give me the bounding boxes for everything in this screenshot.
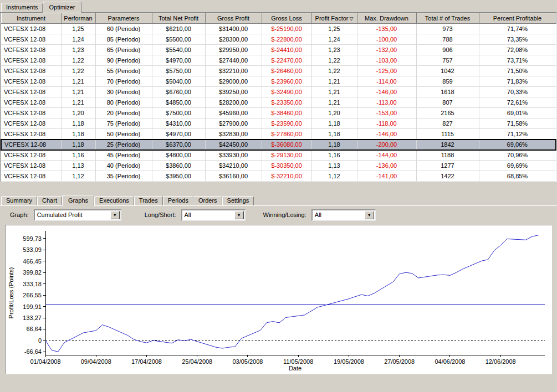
- column-header[interactable]: Gross Loss: [262, 13, 311, 24]
- table-cell[interactable]: 1,22: [311, 66, 357, 76]
- table-cell[interactable]: 1188: [416, 150, 479, 161]
- table-cell[interactable]: 859: [416, 76, 479, 87]
- table-cell[interactable]: 1,12: [311, 171, 357, 182]
- table-cell[interactable]: $42450,00: [205, 140, 262, 150]
- table-cell[interactable]: 1,22: [311, 55, 357, 66]
- table-cell[interactable]: $29950,00: [205, 45, 262, 55]
- table-cell[interactable]: 69,69%: [479, 161, 556, 171]
- table-cell[interactable]: 60 (Periodo): [95, 24, 152, 34]
- table-cell[interactable]: 1,18: [61, 129, 95, 140]
- table-cell[interactable]: $6210,00: [152, 24, 205, 34]
- table-row[interactable]: VCFESX 12-081,1825 (Periodo)$6370,00$424…: [1, 140, 556, 150]
- table-cell[interactable]: 72,08%: [479, 45, 556, 55]
- table-row[interactable]: VCFESX 12-081,1235 (Periodo)$3950,00$361…: [1, 171, 556, 182]
- table-cell[interactable]: $5540,00: [152, 45, 205, 55]
- table-cell[interactable]: -132,00: [357, 45, 416, 55]
- table-cell[interactable]: 25 (Periodo): [95, 140, 152, 150]
- table-cell[interactable]: $27900,00: [205, 118, 262, 129]
- table-cell[interactable]: 1,22: [61, 55, 95, 66]
- table-cell[interactable]: 807: [416, 97, 479, 108]
- table-cell[interactable]: 71,74%: [479, 24, 556, 34]
- column-header[interactable]: Gross Profit: [205, 13, 262, 24]
- table-cell[interactable]: $5040,00: [152, 76, 205, 87]
- table-row[interactable]: VCFESX 12-081,2290 (Periodo)$4970,00$274…: [1, 55, 556, 66]
- table-cell[interactable]: $28200,00: [205, 97, 262, 108]
- table-cell[interactable]: 75 (Periodo): [95, 118, 152, 129]
- column-header[interactable]: Instrument: [1, 13, 61, 24]
- table-cell[interactable]: $-32210,00: [262, 171, 311, 182]
- tab-chart[interactable]: Chart: [37, 196, 62, 205]
- table-cell[interactable]: 1042: [416, 66, 479, 76]
- longshort-select[interactable]: All ▼: [181, 209, 246, 221]
- table-row[interactable]: VCFESX 12-081,2485 (Periodo)$5500,00$283…: [1, 34, 556, 45]
- column-header[interactable]: Total # of Trades: [416, 13, 479, 24]
- table-row[interactable]: VCFESX 12-081,2365 (Periodo)$5540,00$299…: [1, 45, 556, 55]
- table-cell[interactable]: 1,25: [61, 24, 95, 34]
- table-cell[interactable]: 68,85%: [479, 171, 556, 182]
- chevron-down-icon[interactable]: ▼: [110, 211, 120, 219]
- table-cell[interactable]: 1,16: [61, 150, 95, 161]
- column-header[interactable]: Parameters: [95, 13, 152, 24]
- table-cell[interactable]: 1277: [416, 161, 479, 171]
- table-cell[interactable]: VCFESX 12-08: [1, 140, 61, 150]
- table-cell[interactable]: $29000,00: [205, 76, 262, 87]
- table-cell[interactable]: 1,12: [61, 171, 95, 182]
- table-cell[interactable]: 1,23: [61, 45, 95, 55]
- table-cell[interactable]: $27440,00: [205, 55, 262, 66]
- table-cell[interactable]: 73,35%: [479, 34, 556, 45]
- table-cell[interactable]: $28300,00: [205, 34, 262, 45]
- table-cell[interactable]: $7500,00: [152, 108, 205, 118]
- table-cell[interactable]: 70 (Periodo): [95, 76, 152, 87]
- table-cell[interactable]: -144,00: [357, 150, 416, 161]
- table-cell[interactable]: -135,00: [357, 24, 416, 34]
- tab-instruments[interactable]: Instruments: [1, 3, 43, 12]
- table-cell[interactable]: 1,21: [61, 87, 95, 97]
- table-cell[interactable]: $-27860,00: [262, 129, 311, 140]
- table-cell[interactable]: $45960,00: [205, 108, 262, 118]
- table-cell[interactable]: 80 (Periodo): [95, 97, 152, 108]
- table-cell[interactable]: -146,00: [357, 129, 416, 140]
- table-cell[interactable]: -146,00: [357, 87, 416, 97]
- table-cell[interactable]: 55 (Periodo): [95, 66, 152, 76]
- table-row[interactable]: VCFESX 12-081,2560 (Periodo)$6210,00$314…: [1, 24, 556, 34]
- table-cell[interactable]: 1422: [416, 171, 479, 182]
- table-cell[interactable]: 1,13: [61, 161, 95, 171]
- table-cell[interactable]: $-38460,00: [262, 108, 311, 118]
- table-cell[interactable]: VCFESX 12-08: [1, 87, 61, 97]
- table-cell[interactable]: 973: [416, 24, 479, 34]
- table-cell[interactable]: 90 (Periodo): [95, 55, 152, 66]
- table-cell[interactable]: 70,33%: [479, 87, 556, 97]
- table-cell[interactable]: 1,21: [61, 97, 95, 108]
- table-cell[interactable]: 1,13: [311, 161, 357, 171]
- tab-settings[interactable]: Settings: [222, 196, 254, 205]
- table-row[interactable]: VCFESX 12-081,2130 (Periodo)$6760,00$392…: [1, 87, 556, 97]
- table-cell[interactable]: 71,12%: [479, 129, 556, 140]
- tab-trades[interactable]: Trades: [134, 196, 163, 205]
- table-cell[interactable]: -103,00: [357, 55, 416, 66]
- table-cell[interactable]: 827: [416, 118, 479, 129]
- table-cell[interactable]: 71,58%: [479, 118, 556, 129]
- table-cell[interactable]: 40 (Periodo): [95, 161, 152, 171]
- table-cell[interactable]: VCFESX 12-08: [1, 118, 61, 129]
- table-cell[interactable]: $3860,00: [152, 161, 205, 171]
- column-header[interactable]: Performan: [61, 13, 95, 24]
- table-cell[interactable]: 1,24: [61, 34, 95, 45]
- table-cell[interactable]: $-24410,00: [262, 45, 311, 55]
- table-cell[interactable]: 35 (Periodo): [95, 171, 152, 182]
- table-cell[interactable]: 1,25: [311, 24, 357, 34]
- table-cell[interactable]: VCFESX 12-08: [1, 97, 61, 108]
- table-row[interactable]: VCFESX 12-081,2170 (Periodo)$5040,00$290…: [1, 76, 556, 87]
- table-cell[interactable]: 1,21: [311, 76, 357, 87]
- table-cell[interactable]: 1,23: [311, 45, 357, 55]
- table-row[interactable]: VCFESX 12-081,2020 (Periodo)$7500,00$459…: [1, 108, 556, 118]
- table-row[interactable]: VCFESX 12-081,1850 (Periodo)$4970,00$328…: [1, 129, 556, 140]
- tab-executions[interactable]: Executions: [94, 196, 134, 205]
- table-cell[interactable]: 1,16: [311, 150, 357, 161]
- table-cell[interactable]: 1,18: [61, 140, 95, 150]
- table-cell[interactable]: VCFESX 12-08: [1, 150, 61, 161]
- table-cell[interactable]: $-26460,00: [262, 66, 311, 76]
- table-cell[interactable]: $-36080,00: [262, 140, 311, 150]
- table-cell[interactable]: 71,83%: [479, 76, 556, 87]
- table-row[interactable]: VCFESX 12-081,2255 (Periodo)$5750,00$322…: [1, 66, 556, 76]
- table-cell[interactable]: 1,20: [311, 108, 357, 118]
